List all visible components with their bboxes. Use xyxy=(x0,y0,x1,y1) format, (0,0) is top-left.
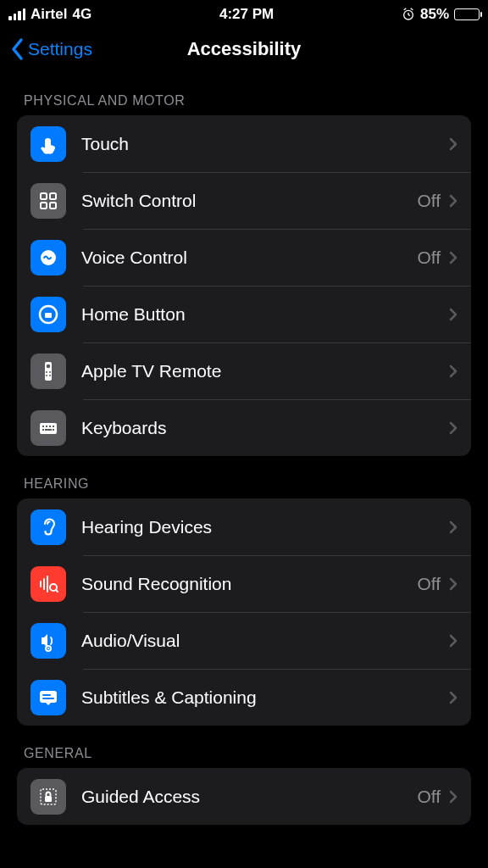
battery-icon xyxy=(454,8,480,20)
row-switch-control[interactable]: Switch ControlOff xyxy=(17,172,471,229)
sound-icon xyxy=(30,566,66,602)
settings-list: Guided AccessOff xyxy=(17,768,471,825)
chevron-right-icon xyxy=(449,421,458,435)
row-audio-visual[interactable]: Audio/Visual xyxy=(17,612,471,669)
row-value: Off xyxy=(417,574,441,594)
signal-bars-icon xyxy=(8,8,25,20)
row-apple-tv-remote[interactable]: Apple TV Remote xyxy=(17,342,471,399)
svg-line-4 xyxy=(411,8,413,10)
row-keyboards[interactable]: Keyboards xyxy=(17,399,471,456)
chevron-right-icon xyxy=(449,194,458,208)
row-label: Subtitles & Captioning xyxy=(81,687,449,708)
row-label: Apple TV Remote xyxy=(81,361,449,381)
av-icon xyxy=(30,623,66,659)
row-label: Audio/Visual xyxy=(81,631,449,651)
chevron-right-icon xyxy=(449,691,458,704)
chevron-right-icon xyxy=(449,790,458,804)
back-label: Settings xyxy=(28,39,92,59)
section-header: GENERAL xyxy=(0,726,488,768)
clock: 4:27 PM xyxy=(219,6,274,23)
svg-line-2 xyxy=(408,15,410,16)
chevron-right-icon xyxy=(449,577,458,591)
row-hearing-devices[interactable]: Hearing Devices xyxy=(17,498,471,555)
row-value: Off xyxy=(417,191,441,211)
row-subtitles-captioning[interactable]: Subtitles & Captioning xyxy=(17,669,471,726)
carrier-label: Airtel xyxy=(30,6,67,23)
row-voice-control[interactable]: Voice ControlOff xyxy=(17,229,471,286)
chevron-right-icon xyxy=(449,520,458,534)
grid-icon xyxy=(30,183,66,219)
keyboard-icon xyxy=(30,410,66,446)
chevron-right-icon xyxy=(449,364,458,378)
chevron-right-icon xyxy=(449,137,458,151)
battery-pct: 85% xyxy=(420,6,449,23)
settings-list: TouchSwitch ControlOffVoice ControlOffHo… xyxy=(17,115,471,456)
cc-icon xyxy=(30,680,66,715)
lock-icon xyxy=(30,779,66,815)
row-label: Home Button xyxy=(81,304,449,325)
chevron-right-icon xyxy=(449,634,458,648)
row-label: Touch xyxy=(81,134,449,154)
network-label: 4G xyxy=(72,6,92,23)
section-header: PHYSICAL AND MOTOR xyxy=(0,73,488,115)
alarm-icon xyxy=(402,8,415,21)
section-header: HEARING xyxy=(0,456,488,498)
row-label: Keyboards xyxy=(81,418,449,438)
row-home-button[interactable]: Home Button xyxy=(17,286,471,342)
touch-icon xyxy=(30,126,66,162)
row-touch[interactable]: Touch xyxy=(17,115,471,172)
row-sound-recognition[interactable]: Sound RecognitionOff xyxy=(17,555,471,612)
remote-icon xyxy=(30,353,66,389)
voice-icon xyxy=(30,240,66,275)
row-label: Sound Recognition xyxy=(81,574,417,594)
nav-bar: Settings Accessibility xyxy=(0,25,488,73)
row-label: Guided Access xyxy=(81,787,417,807)
home-icon xyxy=(30,297,66,332)
row-label: Voice Control xyxy=(81,248,417,268)
ear-icon xyxy=(30,509,66,545)
row-guided-access[interactable]: Guided AccessOff xyxy=(17,768,471,825)
chevron-right-icon xyxy=(449,251,458,264)
back-button[interactable]: Settings xyxy=(10,37,92,61)
svg-line-3 xyxy=(404,8,407,10)
row-value: Off xyxy=(417,248,441,268)
row-label: Switch Control xyxy=(81,191,417,211)
settings-list: Hearing DevicesSound RecognitionOffAudio… xyxy=(17,498,471,726)
chevron-right-icon xyxy=(449,308,458,321)
row-value: Off xyxy=(417,787,441,807)
status-bar: Airtel 4G 4:27 PM 85% xyxy=(0,0,488,25)
row-label: Hearing Devices xyxy=(81,517,449,537)
